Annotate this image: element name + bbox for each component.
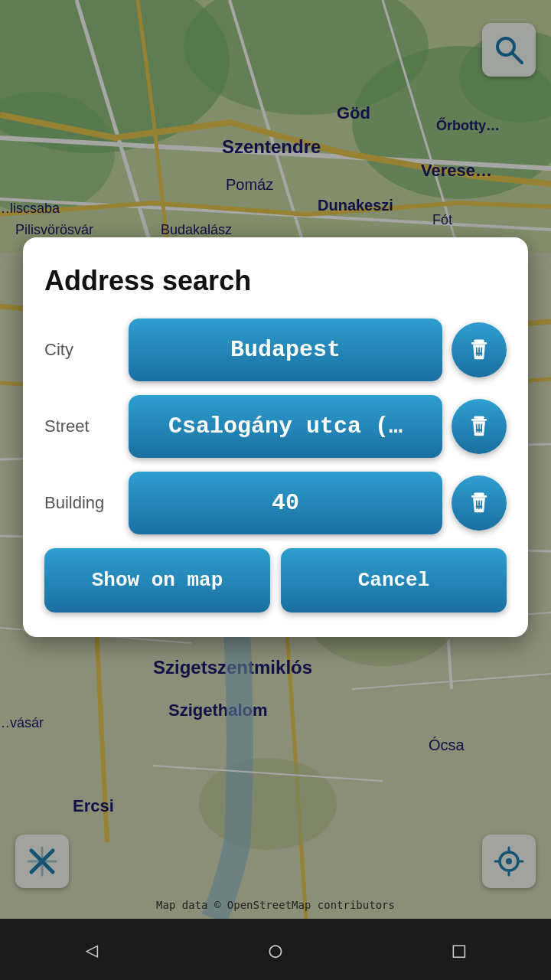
svg-rect-55	[471, 419, 487, 421]
svg-rect-59	[476, 429, 483, 430]
street-row: Street Csalogány utca (…	[44, 395, 507, 458]
svg-line-56	[477, 424, 478, 433]
svg-rect-54	[474, 416, 484, 419]
back-button[interactable]: ◁	[69, 926, 115, 972]
svg-rect-48	[474, 340, 484, 342]
svg-rect-60	[474, 493, 484, 495]
city-row: City Budapest	[44, 318, 507, 381]
street-delete-button[interactable]	[452, 399, 507, 454]
home-icon: ○	[269, 937, 282, 962]
trash-icon-street	[465, 413, 493, 440]
trash-icon	[465, 336, 493, 364]
recent-apps-icon: □	[453, 937, 466, 962]
building-row: Building 40	[44, 472, 507, 534]
svg-rect-49	[471, 342, 487, 345]
street-label: Street	[44, 416, 129, 436]
action-buttons: Show on map Cancel	[44, 548, 507, 612]
svg-line-52	[481, 348, 482, 356]
dialog-overlay: Address search City Budapest Street	[0, 0, 551, 980]
address-search-dialog: Address search City Budapest Street	[23, 237, 528, 637]
svg-rect-53	[476, 352, 483, 354]
city-label: City	[44, 340, 129, 360]
home-button[interactable]: ○	[253, 926, 298, 972]
dialog-title: Address search	[44, 265, 507, 297]
city-input-button[interactable]: Budapest	[129, 318, 442, 381]
building-label: Building	[44, 493, 129, 513]
cancel-button[interactable]: Cancel	[281, 548, 507, 612]
svg-line-58	[481, 424, 482, 433]
svg-line-64	[481, 501, 482, 509]
svg-rect-65	[476, 505, 483, 507]
building-input-button[interactable]: 40	[129, 472, 442, 534]
show-on-map-button[interactable]: Show on map	[44, 548, 270, 612]
back-icon: ◁	[86, 937, 99, 962]
navigation-bar: ◁ ○ □	[0, 919, 551, 980]
trash-icon-building	[465, 489, 493, 517]
recent-apps-button[interactable]: □	[436, 926, 482, 972]
svg-line-50	[477, 348, 478, 356]
building-delete-button[interactable]	[452, 475, 507, 531]
street-input-button[interactable]: Csalogány utca (…	[129, 395, 442, 458]
svg-line-62	[477, 501, 478, 509]
svg-rect-61	[471, 495, 487, 498]
city-delete-button[interactable]	[452, 322, 507, 377]
